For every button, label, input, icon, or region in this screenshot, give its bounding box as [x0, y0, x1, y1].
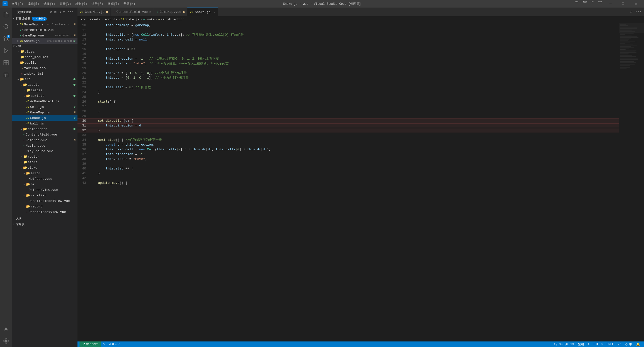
file-index-html[interactable]: ◈ index.html [12, 71, 77, 76]
folder-images[interactable]: › 📁 images [12, 88, 77, 93]
breadcrumb-src[interactable]: src [80, 18, 86, 21]
folder-idea[interactable]: › 📁 .idea [12, 49, 77, 54]
new-file-icon[interactable]: ⊕ [50, 10, 53, 15]
breadcrumb-setdir[interactable]: ⊕ set_direction [158, 18, 184, 21]
breadcrumb-sep3: › [118, 18, 120, 21]
folder-assets[interactable]: ⌄ 📂 assets [12, 82, 77, 88]
activity-explorer[interactable] [0, 9, 12, 21]
timeline-header[interactable]: › 时间线 [12, 222, 77, 227]
folder-error[interactable]: ⌄ 📂 error [12, 170, 77, 176]
folder-ranklist[interactable]: ⌄ 📂 ranklist [12, 193, 77, 198]
status-language[interactable]: JS [616, 341, 623, 347]
activity-git[interactable]: 4 [0, 33, 12, 45]
code-line-36: 36 this.next_cell = new Cell(this.cells[… [77, 147, 619, 152]
status-line-ending[interactable]: CRLF [605, 341, 616, 347]
folder-scripts[interactable]: ⌄ 📂 scripts [12, 93, 77, 99]
open-file-gamemap-vue[interactable]: ● ✦ GameMap.vue src/compon... M [12, 33, 77, 38]
line-num-33: 33 [77, 133, 90, 138]
menu-view[interactable]: 查看(V) [58, 1, 73, 7]
folder-node-modules[interactable]: › 📁 node_modules [12, 54, 77, 60]
folder-views[interactable]: ⌄ 📂 views [12, 165, 77, 170]
menu-select[interactable]: 选择(Y) [42, 1, 57, 7]
open-file-snake-js[interactable]: ✕ JS Snake.js src/assets/scripts U [12, 38, 77, 44]
tab-contentfield[interactable]: ✦ ContentField.vue ✕ [111, 8, 154, 16]
collapse-icon[interactable]: ⊟ [62, 10, 66, 15]
tab-gamemap-vue-label: GameMap.vue [160, 10, 181, 14]
folder-pk[interactable]: ⌄ 📂 pk [12, 182, 77, 187]
minimize-button[interactable]: — [605, 0, 616, 8]
new-folder-icon[interactable]: ⊞ [54, 10, 57, 15]
file-recordindex[interactable]: ✦ RecordIndexView.vue [12, 209, 77, 215]
file-playground[interactable]: ✦ PlayGround.vue [12, 148, 77, 154]
menu-terminal[interactable]: 终端(T) [106, 1, 121, 7]
folder-src[interactable]: ⌄ 📂 src [12, 76, 77, 82]
status-bell[interactable]: 🔔 [634, 341, 642, 347]
refresh-icon[interactable]: ↺ [58, 10, 61, 15]
activity-remote[interactable] [0, 69, 12, 81]
menu-help[interactable]: 帮助(H) [122, 1, 137, 7]
file-contentfield[interactable]: ✦ ContentField.vue [12, 132, 77, 137]
minimap-line [620, 57, 631, 57]
open-editors-header[interactable]: ▼ 打开编辑器 1 个未保存 [12, 16, 77, 22]
file-pkindex[interactable]: ✦ PkIndexView.vue [12, 187, 77, 193]
activity-settings[interactable] [0, 335, 12, 347]
breadcrumb-scripts[interactable]: scripts [104, 18, 117, 21]
folder-record[interactable]: ⌄ 📂 record [12, 204, 77, 209]
status-sync[interactable]: ⟳ [101, 341, 107, 347]
breadcrumb-snakejs[interactable]: JS Snake.js [121, 18, 139, 21]
outline-header[interactable]: › 大纲 [12, 216, 77, 222]
activity-search[interactable] [0, 21, 12, 33]
status-errors[interactable]: ⊗ 0 ⚠ 0 [107, 341, 122, 347]
file-cell[interactable]: JS Cell.js U [12, 104, 77, 110]
file-notfound[interactable]: ✦ NotFound.vue [12, 176, 77, 182]
close-button[interactable]: ✕ [630, 0, 641, 8]
file-gamemap-js-tree[interactable]: JS GameMap.js M [12, 110, 77, 115]
tab-close-1[interactable]: ✕ [149, 10, 151, 14]
code-editor[interactable]: 10 this.gamemap = gamemap; 11 12 this.ce… [77, 23, 619, 341]
folder-public[interactable]: ⌄ 📂 public [12, 60, 77, 65]
folder-store[interactable]: › 📁 store [12, 159, 77, 165]
line-content-42 [90, 176, 619, 181]
activity-extensions[interactable] [0, 57, 12, 69]
file-navbar[interactable]: ✦ NavBar.vue [12, 143, 77, 148]
minimap-line [620, 55, 632, 56]
breadcrumb-assets[interactable]: assets [90, 18, 101, 21]
file-gamemap-vue[interactable]: ✦ GameMap.vue M [12, 137, 77, 143]
status-encoding[interactable]: UTF-8 [591, 341, 605, 347]
file-acgameobject[interactable]: JS AcGameObject.js [12, 99, 77, 104]
open-file-gamemap-js[interactable]: ● JS GameMap.js src/assets/scri... M [12, 22, 77, 27]
open-file-contentfield[interactable]: ● ✦ ContentField.vue [12, 27, 77, 33]
code-line-32: 32 } [77, 128, 619, 133]
more-icon[interactable]: ••• [67, 10, 74, 15]
split-editor-icon[interactable]: ⊞ [629, 9, 632, 15]
folder-router[interactable]: › 📁 router [12, 154, 77, 159]
status-notifications[interactable]: ◯ 中 [624, 341, 634, 347]
tab-close-snake[interactable]: ✕ [214, 10, 215, 14]
maximize-button[interactable]: □ [617, 0, 629, 8]
more-actions-icon[interactable]: ••• [635, 10, 642, 15]
tab-snake-js[interactable]: JS Snake.js ✕ [187, 8, 218, 16]
minimap-line [620, 34, 625, 35]
status-position[interactable]: 行 30，列 23 [552, 341, 576, 347]
tab-gamemap-js[interactable]: JS GameMap.js [77, 8, 111, 16]
folder-components[interactable]: ⌄ 📂 components [12, 126, 77, 132]
line-num-32: 32 [77, 128, 90, 133]
menu-run[interactable]: 运行(R) [90, 1, 105, 7]
code-line-13: 13 this.next_cell = null; [77, 37, 619, 42]
activity-account[interactable] [0, 323, 12, 335]
status-git-branch[interactable]: ⎇ master* [79, 341, 101, 347]
menu-file[interactable]: 文件(F) [10, 1, 25, 7]
file-ranklistindex[interactable]: ✦ RanklistIndexView.vue [12, 198, 77, 204]
breadcrumb-snake-class[interactable]: ◈ Snake [143, 18, 155, 21]
file-snake-js-tree[interactable]: JS Snake.js U [12, 115, 77, 121]
status-spaces[interactable]: 空格: 4 [576, 341, 592, 347]
code-line-23: 23 this.step = 0; // 回合数 [77, 85, 619, 90]
web-section-header[interactable]: ▼ WEB [12, 44, 77, 49]
tab-gamemap-vue[interactable]: ✦ GameMap.vue [154, 8, 187, 16]
activity-debug[interactable] [0, 45, 12, 57]
file-favicon[interactable]: ★ favicon.ico [12, 65, 77, 71]
menu-goto[interactable]: 转到(G) [73, 1, 89, 7]
file-wall[interactable]: JS Wall.js [12, 121, 77, 126]
menu-edit[interactable]: 编辑(E) [26, 1, 41, 7]
minimap-line [620, 39, 633, 39]
